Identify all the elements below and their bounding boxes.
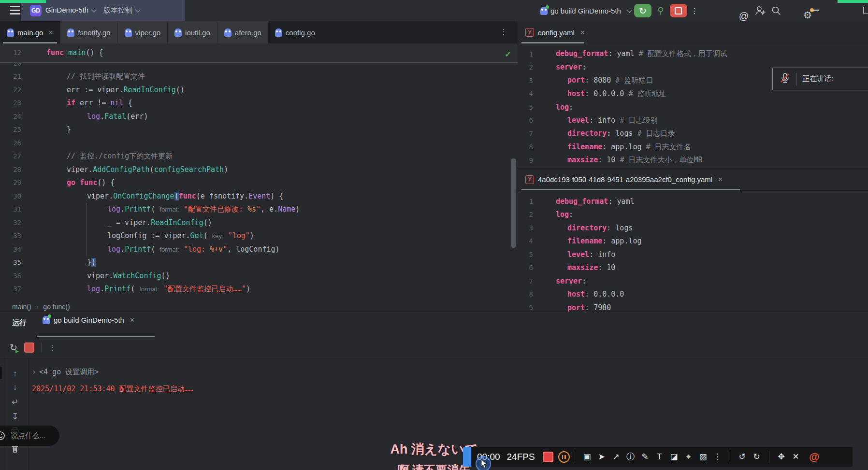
code-line[interactable]: 23if err != nil { [0,97,507,110]
pencil-icon[interactable]: ✎ [638,452,652,462]
more-icon[interactable]: ⋮ [710,452,725,462]
code-line[interactable]: 21// 找到并读取配置文件 [0,70,507,84]
pause-button[interactable] [558,451,570,463]
more-options-button[interactable]: ⋮ [48,343,57,352]
scroll-to-end-icon[interactable]: ↧ [7,412,23,422]
code-line[interactable]: 8host: 0.0.0.0 [518,288,868,301]
line-number[interactable]: 22 [0,86,21,94]
tab-ioutil-go[interactable]: ioutil.go [167,21,217,43]
tab-fsnotify-go[interactable]: fsnotify.go [60,21,117,43]
scroll-up-icon[interactable]: ↑ [7,369,23,379]
redo-icon[interactable]: ↻ [750,452,764,462]
line-number[interactable]: 25 [0,126,21,133]
code-line[interactable]: 30viper.OnConfigChange(func(e fsnotify.E… [0,189,507,203]
run-configuration-widget[interactable]: go build GinDemo-5th ↻ ⚲ ⋮ [540,4,699,17]
tab-config-yaml[interactable]: config.yaml [538,28,575,37]
code-line[interactable]: 29go func() { [0,176,507,190]
line-number[interactable]: 37 [0,285,21,293]
line-number[interactable]: 2 [518,211,533,218]
tab-afero-go[interactable]: afero.go [217,21,268,43]
line-number[interactable]: 21 [0,72,21,80]
code-line[interactable]: 28viper.AddConfigPath(configSearchPath) [0,163,507,176]
tab-generated-config-yaml[interactable]: 4a0dc193-f050-41d8-9451-a20395aa2cf0_con… [538,175,712,184]
code-line[interactable]: 27// 监控./config下的文件更新 [0,150,507,163]
record-stop-button[interactable] [543,452,553,462]
line-number[interactable]: 9 [518,157,533,164]
vcs-menu[interactable]: 版本控制 [103,6,140,15]
line-number[interactable]: 29 [0,179,21,186]
line-number[interactable]: 6 [518,116,533,124]
ai-assistant-icon[interactable]: @ [737,11,751,22]
code-line[interactable]: 32_ = viper.ReadInConfig() [0,216,507,229]
line-number[interactable]: 26 [0,139,21,147]
project-badge[interactable]: GD [30,5,42,16]
line-number[interactable]: 4 [518,90,533,98]
code-line[interactable]: 20 [0,63,507,70]
code-line[interactable]: 34log.Printf( format: "log: %+v", logCon… [0,242,507,256]
code-line[interactable]: 7server: [518,274,868,288]
line-number[interactable]: 5 [518,251,533,258]
line-number[interactable]: 4 [518,237,533,245]
undo-icon[interactable]: ↺ [735,452,750,462]
code-line[interactable]: 37log.Printf( format: "配置文件监控已启动……") [0,283,507,296]
code-line[interactable]: 24log.Fatal(err) [0,110,507,123]
editor-generated-yaml[interactable]: 1debug_format: yaml2log:3directory: logs… [518,191,868,315]
close-icon[interactable]: ✕ [580,29,585,36]
line-number[interactable]: 32 [0,219,21,227]
breadcrumb[interactable]: main() › go func() [0,302,530,312]
close-recorder-icon[interactable]: ✕ [789,452,803,462]
code-line[interactable]: 2log: [518,208,868,222]
code-line[interactable]: 7directory: logs # 日志目录 [518,127,868,141]
breadcrumb-gofunc[interactable]: go func() [43,303,70,311]
more-actions-button[interactable]: ⋮ [690,6,699,15]
line-number[interactable]: 30 [0,192,21,200]
screen-icon[interactable]: ▣ [580,452,594,462]
soft-wrap-icon[interactable]: ↵ [7,397,23,407]
code-line[interactable]: 33logConfig := viper.Get( key: "log") [0,229,507,243]
code-line[interactable]: 6maxsize: 10 [518,261,868,275]
code-line[interactable]: 3directory: logs [518,221,868,235]
line-number[interactable]: 27 [0,152,21,160]
cursor-icon[interactable]: ➤ [594,452,609,462]
arrow-icon[interactable]: ↗ [609,452,623,462]
line-number[interactable]: 7 [518,130,533,138]
code-line[interactable]: 12func main() { [0,43,518,62]
run-panel-title[interactable]: 运行 [12,318,27,328]
line-number[interactable]: 7 [518,277,533,285]
recorder-accent-handle[interactable] [463,447,471,467]
window-maximize-button[interactable] [863,7,868,14]
code-line[interactable]: 35}) [0,256,507,270]
close-icon[interactable]: ✕ [48,29,53,36]
rerun-button[interactable]: ↻▶ [10,342,17,353]
code-line[interactable]: 1debug_format: yaml # 配置文件格式，用于调试 [518,47,868,61]
line-number[interactable]: 5 [518,103,533,111]
line-number[interactable]: 3 [518,224,533,232]
tab-viper-go[interactable]: viper.go [117,21,168,43]
code-line[interactable]: 5log: [518,100,868,114]
line-number[interactable]: 34 [0,245,21,253]
code-line[interactable]: 25} [0,123,507,137]
code-line[interactable]: 22err := viper.ReadInConfig() [0,83,507,97]
line-number[interactable]: 24 [0,113,21,120]
code-with-me-icon[interactable] [754,5,766,18]
line-number[interactable]: 6 [518,264,533,271]
close-icon[interactable]: ✕ [130,316,135,324]
eraser-icon[interactable]: ◪ [667,452,681,462]
line-number[interactable]: 28 [0,166,21,173]
line-number[interactable]: 12 [0,49,21,57]
line-number[interactable]: 1 [518,198,533,205]
line-number[interactable]: 35 [0,258,21,266]
line-number[interactable]: 2 [518,63,533,71]
search-icon[interactable] [771,5,781,18]
target-icon[interactable]: ⌖ [681,452,696,462]
main-menu-icon[interactable] [10,6,20,14]
code-line[interactable]: 4filename: app.log [518,235,868,248]
code-line[interactable]: 6level: info # 日志级别 [518,114,868,128]
move-icon[interactable]: ✥ [774,452,789,462]
code-line[interactable]: 9maxsize: 10 # 日志文件大小，单位MB [518,154,868,167]
code-line[interactable]: 5level: info [518,248,868,261]
line-number[interactable]: 9 [518,304,533,312]
tab-options-button[interactable]: ⋮ [500,27,507,36]
spiral-brand-icon[interactable]: @ [806,451,823,463]
close-icon[interactable]: ✕ [718,176,723,183]
